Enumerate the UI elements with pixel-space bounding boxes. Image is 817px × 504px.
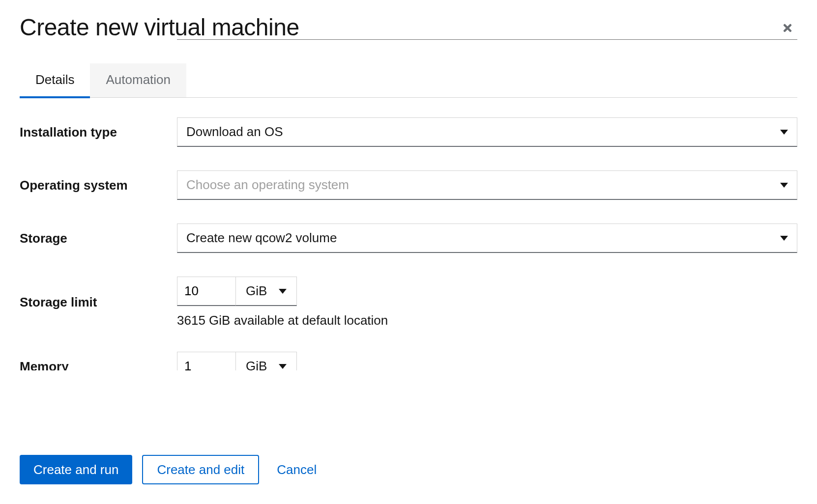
select-operating-system-placeholder: Choose an operating system (186, 177, 349, 193)
tab-automation[interactable]: Automation (90, 63, 186, 97)
caret-down-icon (279, 289, 287, 294)
row-installation-type: Installation type Download an OS (20, 117, 797, 147)
label-storage: Storage (20, 231, 177, 246)
label-storage-limit: Storage limit (20, 295, 177, 310)
memory-unit-value: GiB (246, 359, 267, 370)
caret-down-icon (780, 130, 788, 135)
caret-down-icon (279, 364, 287, 369)
row-memory: Memory GiB (20, 352, 797, 370)
create-and-run-button[interactable]: Create and run (20, 455, 132, 484)
select-operating-system[interactable]: Choose an operating system (177, 170, 797, 200)
dialog-footer: Create and run Create and edit Cancel (20, 435, 797, 504)
input-memory[interactable] (177, 352, 236, 370)
select-storage-limit-unit[interactable]: GiB (235, 277, 297, 306)
caret-down-icon (780, 236, 788, 241)
caret-down-icon (780, 183, 788, 188)
tabs: Details Automation (20, 63, 797, 98)
storage-limit-helper: 3615 GiB available at default location (177, 313, 388, 328)
select-storage-value: Create new qcow2 volume (186, 230, 337, 246)
close-button[interactable] (778, 20, 797, 39)
close-icon (782, 22, 793, 34)
label-memory: Memory (20, 360, 177, 370)
select-storage[interactable]: Create new qcow2 volume (177, 224, 797, 253)
dialog-header: Create new virtual machine (20, 16, 797, 39)
select-installation-type-value: Download an OS (186, 124, 283, 140)
form-area: Installation type Download an OS Operati… (20, 117, 797, 435)
create-and-edit-button[interactable]: Create and edit (142, 455, 259, 484)
label-operating-system: Operating system (20, 178, 177, 193)
create-vm-dialog: Create new virtual machine Details Autom… (0, 0, 817, 504)
row-storage: Storage Create new qcow2 volume (20, 224, 797, 253)
cancel-button[interactable]: Cancel (269, 455, 324, 484)
storage-limit-unit-value: GiB (246, 283, 267, 299)
dialog-title: Create new virtual machine (20, 16, 299, 39)
row-storage-limit: Storage limit GiB 3615 GiB available at … (20, 277, 797, 328)
select-installation-type[interactable]: Download an OS (177, 117, 797, 147)
select-memory-unit[interactable]: GiB (235, 352, 297, 370)
header-divider (177, 39, 797, 40)
label-installation-type: Installation type (20, 125, 177, 140)
tab-details[interactable]: Details (20, 63, 90, 98)
row-operating-system: Operating system Choose an operating sys… (20, 170, 797, 200)
input-storage-limit[interactable] (177, 277, 236, 306)
